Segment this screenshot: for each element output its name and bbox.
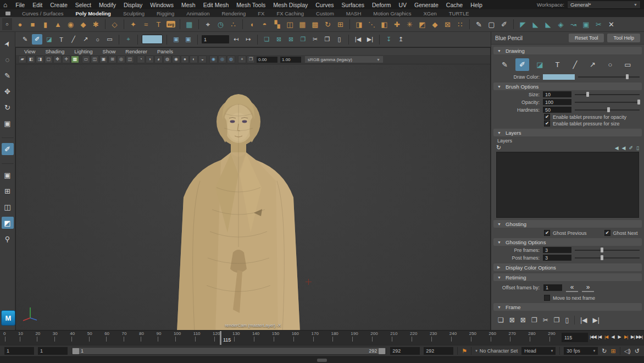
value-field[interactable]: 10 [543, 91, 571, 97]
slider-handle[interactable] [626, 74, 629, 79]
refresh-icon[interactable]: ↻ [496, 144, 501, 151]
viewport-icon[interactable]: ▩ [71, 56, 79, 63]
shelf-icon[interactable]: ⌖ [202, 18, 214, 30]
menu-item[interactable]: Cache [442, 2, 467, 8]
menu-item[interactable]: Modify [95, 2, 120, 8]
shelf-icon[interactable]: ■ [26, 18, 39, 30]
viewport-menu-item[interactable]: Lighting [69, 48, 97, 54]
toolbar-button[interactable]: ◪ [44, 34, 54, 45]
viewport-icon[interactable]: ⌖ [238, 56, 246, 63]
viewport-icon[interactable]: ✛ [62, 56, 70, 63]
playback-button[interactable]: |◀◀ [590, 332, 596, 342]
layer-action-icon[interactable]: ◀ [615, 145, 619, 151]
layer-action-icon[interactable]: ◀ [622, 145, 626, 151]
toolbar-button[interactable]: ↤ [231, 34, 241, 45]
drawing-tool-button[interactable]: ✎ [498, 58, 512, 71]
menu-item[interactable]: Curves [312, 2, 337, 8]
shelf-icon[interactable] [349, 19, 350, 29]
viewport-icon[interactable]: ◍ [163, 56, 171, 63]
shelf-icon[interactable]: ◈ [554, 18, 567, 30]
viewport-canvas[interactable]: renderCam (masterLayer) -X [16, 64, 490, 330]
range-end-handle[interactable] [379, 348, 385, 354]
shelf-tab[interactable]: Curves / Surfaces [16, 10, 70, 16]
toolbar-button[interactable]: ↦ [243, 34, 253, 45]
shelf-icon[interactable] [513, 19, 514, 29]
toolbox-tool[interactable]: ✥ [2, 85, 14, 97]
toolbar-button[interactable]: ▶| [365, 34, 375, 45]
menu-item[interactable]: Select [71, 2, 95, 8]
checkbox[interactable]: ✔ [604, 230, 610, 236]
set-key-icon[interactable]: ⚑ [462, 348, 467, 354]
shelf-icon[interactable]: ◆ [429, 18, 441, 30]
menu-item[interactable]: Edit Mesh [199, 2, 233, 8]
frame-action-icon[interactable]: ⊠ [509, 317, 515, 323]
value-field[interactable]: 100 [543, 99, 571, 105]
section-ghosting[interactable]: ▼ Ghosting [493, 220, 642, 228]
toolbar-button[interactable]: ⊠ [286, 34, 296, 45]
toolbar-button[interactable]: ⊠ [274, 34, 284, 45]
slider[interactable] [575, 91, 640, 97]
viewport-icon[interactable]: ◫ [91, 56, 99, 63]
drawing-tool-button[interactable]: ↗ [586, 58, 599, 71]
shelf-icon[interactable]: ▢ [485, 18, 498, 30]
shelf-icon[interactable]: ▮ [39, 18, 52, 30]
shelf-icon[interactable]: ◷ [214, 18, 227, 30]
frame-action-icon[interactable]: ✂ [543, 317, 548, 323]
toolbar-button[interactable] [166, 35, 167, 45]
shelf-icon[interactable] [198, 19, 199, 29]
toolbar-button[interactable]: ⌖ [123, 34, 134, 45]
viewport-menu-item[interactable]: Shading [40, 48, 69, 54]
shelf-icon[interactable]: ✚ [391, 18, 403, 30]
shelf-tab[interactable]: Rigging [151, 10, 180, 16]
speaker-icon[interactable]: ◁) [624, 348, 631, 354]
viewport-icon[interactable] [207, 56, 209, 63]
value-field[interactable]: 3 [543, 255, 571, 261]
shelf-tab[interactable]: Sculpting [117, 10, 151, 16]
toolbar-button[interactable]: ▭ [104, 34, 115, 45]
shelf-icon[interactable]: ◓ [258, 18, 271, 30]
viewport-icon[interactable]: ◉ [209, 56, 218, 63]
toolbox-tool[interactable]: ↻ [2, 101, 14, 113]
slider-handle[interactable] [607, 107, 610, 112]
toolbar-button[interactable] [379, 35, 380, 45]
toolbar-button[interactable] [257, 35, 258, 45]
section-ghosting-options[interactable]: ▼ Ghosting Options [493, 238, 642, 246]
section-layers[interactable]: ▼ Layers [493, 129, 642, 136]
shelf-icon[interactable]: ⋱ [365, 18, 378, 30]
shelf-icon[interactable]: ✳ [403, 18, 416, 30]
toolbar-button[interactable]: ↧ [384, 34, 394, 45]
toolbar-button[interactable]: ✐ [32, 34, 42, 45]
toolbar-button[interactable]: ↥ [396, 34, 406, 45]
slider[interactable] [575, 255, 640, 261]
toolbar-button[interactable]: ▯ [334, 34, 345, 45]
viewport-icon[interactable]: ▰ [18, 56, 26, 63]
toolbar-button[interactable] [137, 35, 138, 45]
drawing-tool-button[interactable]: T [551, 58, 564, 71]
menu-item[interactable]: Surfaces [338, 2, 368, 8]
shelf-icon[interactable] [124, 19, 124, 29]
toolbox-tool[interactable]: ◩ [2, 217, 14, 229]
value-field[interactable]: 50 [543, 107, 571, 113]
shelf-icon[interactable] [180, 19, 180, 29]
offset-frames-field[interactable]: 1 [543, 284, 562, 291]
slider-handle[interactable] [586, 92, 589, 97]
shelf-icon[interactable]: ▚ [271, 18, 284, 30]
shelf-icon[interactable]: ✎ [473, 18, 485, 30]
workspace-dropdown[interactable]: General* ▼ [567, 1, 641, 9]
shelf-icon[interactable]: ✦ [127, 18, 140, 30]
slider-handle[interactable] [601, 248, 603, 252]
range-slider[interactable]: 1 292 [71, 347, 386, 355]
viewport-icon[interactable]: ▢ [45, 56, 53, 63]
shelf-icon[interactable]: ⊞ [334, 18, 347, 30]
shelf-icon[interactable]: ◇ [108, 18, 121, 30]
viewport-icon[interactable]: ◐ [190, 56, 198, 63]
shelf-icon[interactable]: ✂ [592, 18, 605, 30]
toolbar-button[interactable] [197, 35, 198, 45]
shelf-icon[interactable]: ◤ [517, 18, 529, 30]
playback-button[interactable]: ◀ [610, 332, 616, 342]
menu-item[interactable]: Mesh [177, 2, 199, 8]
shelf-tab[interactable]: Rendering [215, 10, 252, 16]
checkbox-row[interactable]: ✔ Ghost Previous [544, 230, 587, 236]
loop-playback-icon[interactable]: ↻ [602, 348, 607, 354]
draw-color-slider[interactable] [578, 74, 640, 80]
